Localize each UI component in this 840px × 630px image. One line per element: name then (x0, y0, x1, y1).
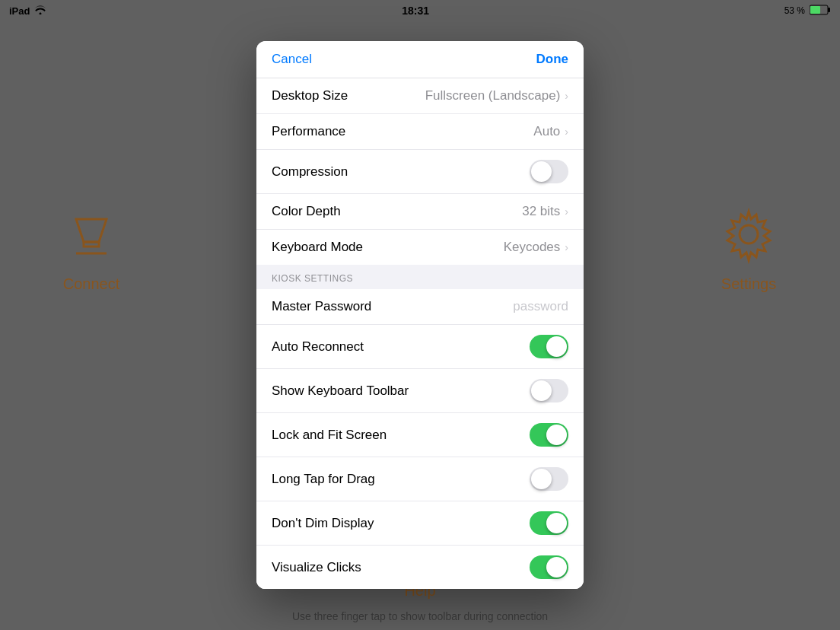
compression-toggle[interactable] (530, 160, 568, 183)
show-keyboard-toolbar-toggle[interactable] (530, 379, 568, 402)
visualize-clicks-toggle[interactable] (530, 555, 568, 579)
keyboard-mode-row[interactable]: Keyboard Mode Keycodes › (256, 230, 584, 265)
settings-dialog: Cancel Done Desktop Size Fullscreen (Lan… (256, 41, 584, 589)
battery-percent: 53 % (784, 5, 805, 16)
kiosk-header-text: KIOSK SETTINGS (272, 273, 353, 284)
toggle-knob (546, 336, 567, 357)
status-time: 18:31 (402, 5, 429, 17)
long-tap-drag-toggle[interactable] (530, 467, 568, 491)
modal-overlay: Cancel Done Desktop Size Fullscreen (Lan… (0, 0, 840, 630)
desktop-size-label: Desktop Size (272, 88, 348, 103)
dont-dim-display-row[interactable]: Don't Dim Display (256, 501, 584, 546)
desktop-size-value: Fullscreen (Landscape) › (425, 88, 568, 103)
desktop-size-row[interactable]: Desktop Size Fullscreen (Landscape) › (256, 78, 584, 114)
toggle-knob (546, 557, 567, 578)
long-tap-drag-row[interactable]: Long Tap for Drag (256, 457, 584, 501)
show-keyboard-toolbar-row[interactable]: Show Keyboard Toolbar (256, 369, 584, 413)
toggle-knob (531, 161, 552, 182)
performance-label: Performance (272, 124, 345, 139)
toggle-knob (531, 380, 552, 401)
keyboard-mode-label: Keyboard Mode (272, 240, 363, 255)
kiosk-section: Master Password password Auto Reconnect … (256, 289, 584, 589)
dont-dim-display-label: Don't Dim Display (272, 516, 374, 531)
lock-fit-screen-toggle[interactable] (530, 423, 568, 447)
dont-dim-display-toggle[interactable] (530, 511, 568, 535)
lock-fit-screen-row[interactable]: Lock and Fit Screen (256, 413, 584, 457)
svg-rect-2 (810, 6, 820, 14)
chevron-icon: › (565, 90, 568, 102)
color-depth-label: Color Depth (272, 204, 341, 219)
status-left: iPad (9, 5, 46, 17)
dialog-header: Cancel Done (256, 41, 584, 78)
toggle-knob (531, 469, 552, 489)
main-settings-list: Desktop Size Fullscreen (Landscape) › Pe… (256, 78, 584, 265)
visualize-clicks-row[interactable]: Visualize Clicks (256, 546, 584, 589)
device-label: iPad (9, 5, 30, 17)
chevron-icon: › (565, 126, 568, 138)
battery-icon (810, 5, 831, 18)
password-placeholder: password (513, 299, 568, 314)
performance-value: Auto › (533, 124, 568, 139)
kiosk-section-header: KIOSK SETTINGS (256, 265, 584, 289)
chevron-icon: › (565, 205, 568, 218)
color-depth-row[interactable]: Color Depth 32 bits › (256, 194, 584, 230)
auto-reconnect-toggle[interactable] (530, 335, 568, 358)
compression-row[interactable]: Compression (256, 150, 584, 194)
color-depth-value: 32 bits › (522, 204, 568, 219)
chevron-icon: › (565, 241, 568, 253)
performance-row[interactable]: Performance Auto › (256, 114, 584, 150)
compression-label: Compression (272, 164, 348, 180)
toggle-knob (546, 513, 567, 533)
auto-reconnect-label: Auto Reconnect (272, 339, 364, 355)
keyboard-mode-value: Keycodes › (504, 240, 568, 255)
master-password-row[interactable]: Master Password password (256, 289, 584, 325)
toggle-knob (546, 425, 567, 445)
wifi-icon (34, 5, 46, 17)
long-tap-drag-label: Long Tap for Drag (272, 472, 375, 487)
auto-reconnect-row[interactable]: Auto Reconnect (256, 325, 584, 369)
visualize-clicks-label: Visualize Clicks (272, 560, 361, 575)
lock-fit-screen-label: Lock and Fit Screen (272, 428, 387, 443)
done-button[interactable]: Done (536, 52, 569, 67)
status-bar: iPad 18:31 53 % (0, 0, 840, 21)
cancel-button[interactable]: Cancel (272, 52, 312, 67)
status-right: 53 % (784, 5, 831, 18)
svg-rect-1 (828, 8, 830, 12)
master-password-label: Master Password (272, 299, 371, 314)
show-keyboard-toolbar-label: Show Keyboard Toolbar (272, 383, 409, 399)
